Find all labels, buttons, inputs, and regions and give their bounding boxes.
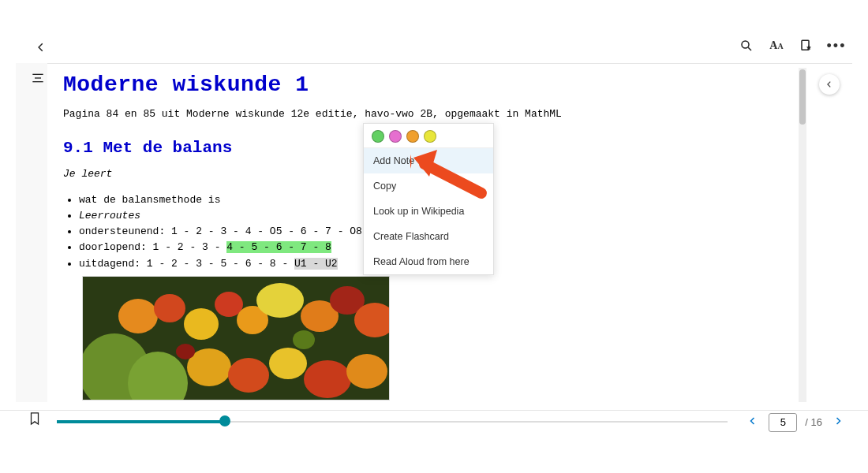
prev-page-button[interactable]	[745, 411, 761, 434]
svg-point-23	[346, 354, 387, 389]
bookmark-button[interactable]	[28, 412, 41, 429]
scroll-thumb[interactable]	[799, 69, 806, 125]
vertical-scrollbar[interactable]	[799, 68, 806, 402]
svg-point-0	[742, 41, 749, 48]
menu-item-copy[interactable]: Copy	[364, 173, 493, 199]
more-icon[interactable]: •••	[829, 38, 844, 54]
back-button[interactable]	[32, 38, 51, 57]
menu-item-lookup[interactable]: Look up in Wikipedia	[364, 199, 493, 224]
svg-point-10	[118, 299, 158, 333]
text-size-icon[interactable]: AA	[769, 38, 784, 54]
page-title: Moderne wiskunde 1	[63, 73, 789, 97]
next-page-button[interactable]	[830, 411, 846, 434]
highlight-color-row	[364, 124, 493, 148]
svg-point-11	[154, 294, 185, 322]
svg-point-20	[228, 358, 269, 393]
search-icon[interactable]	[739, 38, 754, 54]
top-bar: AA •••	[0, 0, 868, 63]
bookmark-star-icon[interactable]	[799, 38, 814, 54]
color-swatch-orange[interactable]	[406, 130, 419, 143]
page-total: / 16	[805, 416, 822, 428]
highlight-green[interactable]: 4 - 5 - 6 - 7 - 8	[226, 241, 331, 253]
menu-item-flashcard[interactable]: Create Flashcard	[364, 224, 493, 249]
progress-thumb[interactable]	[219, 415, 230, 426]
svg-point-24	[176, 344, 195, 359]
color-swatch-pink[interactable]	[389, 130, 402, 143]
context-menu: Add Note Copy Look up in Wikipedia Creat…	[363, 123, 494, 275]
progress-slider[interactable]	[57, 419, 728, 424]
menu-item-read-aloud[interactable]: Read Aloud from here	[364, 249, 493, 274]
collapse-panel-button[interactable]	[819, 74, 840, 95]
highlight-selection[interactable]: U1 - U2	[294, 258, 338, 270]
content-image	[82, 276, 390, 400]
page-subtitle: Pagina 84 en 85 uit Moderne wiskunde 12e…	[63, 108, 789, 120]
toolbar-icons: AA •••	[739, 38, 844, 54]
top-divider	[16, 63, 852, 64]
left-gutter	[16, 63, 47, 402]
menu-item-add-note[interactable]: Add Note	[364, 148, 493, 173]
svg-point-22	[304, 360, 351, 398]
bottom-bar: / 16	[0, 410, 868, 473]
svg-point-15	[256, 283, 304, 318]
color-swatch-green[interactable]	[372, 130, 384, 143]
toc-toggle-button[interactable]	[32, 73, 44, 87]
color-swatch-yellow[interactable]	[424, 130, 436, 143]
page-navigator: / 16	[745, 411, 846, 434]
svg-point-25	[293, 330, 315, 349]
svg-point-12	[184, 308, 219, 340]
page-number-input[interactable]	[769, 413, 797, 432]
progress-fill	[57, 420, 225, 423]
svg-point-21	[269, 348, 307, 379]
svg-line-1	[748, 47, 751, 50]
